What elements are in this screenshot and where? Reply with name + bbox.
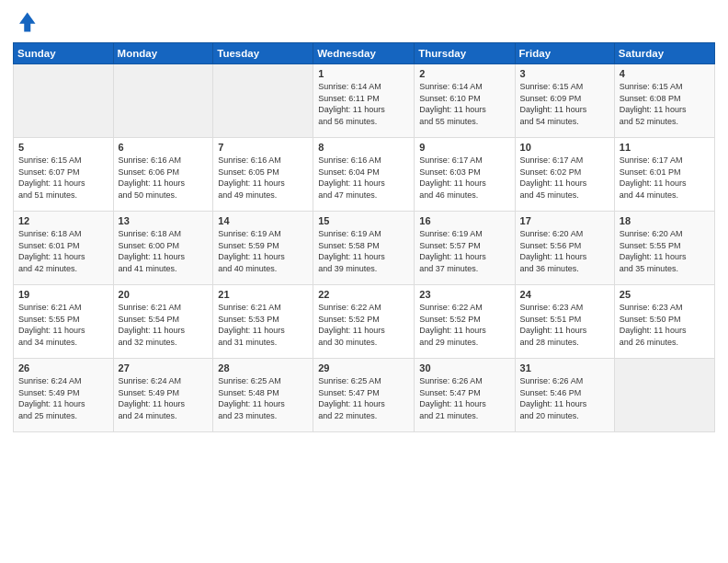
- day-number: 4: [620, 68, 710, 79]
- calendar-cell: 2Sunrise: 6:14 AM Sunset: 6:10 PM Daylig…: [415, 64, 515, 138]
- day-info: Sunrise: 6:19 AM Sunset: 5:58 PM Dayligh…: [318, 228, 409, 274]
- day-number: 1: [318, 68, 409, 79]
- calendar-cell: 20Sunrise: 6:21 AM Sunset: 5:54 PM Dayli…: [113, 285, 213, 359]
- day-info: Sunrise: 6:25 AM Sunset: 5:47 PM Dayligh…: [318, 375, 409, 421]
- calendar-cell: 21Sunrise: 6:21 AM Sunset: 5:53 PM Dayli…: [213, 285, 313, 359]
- calendar-header-row: SundayMondayTuesdayWednesdayThursdayFrid…: [14, 43, 715, 64]
- calendar-cell: 10Sunrise: 6:17 AM Sunset: 6:02 PM Dayli…: [515, 138, 614, 212]
- day-number: 17: [520, 215, 609, 226]
- day-number: 26: [18, 362, 108, 373]
- calendar-cell: 6Sunrise: 6:16 AM Sunset: 6:06 PM Daylig…: [113, 138, 213, 212]
- day-number: 13: [119, 215, 209, 226]
- day-number: 27: [119, 362, 209, 373]
- calendar-cell: 9Sunrise: 6:17 AM Sunset: 6:03 PM Daylig…: [415, 138, 515, 212]
- calendar-cell: 26Sunrise: 6:24 AM Sunset: 5:49 PM Dayli…: [14, 359, 114, 432]
- day-info: Sunrise: 6:21 AM Sunset: 5:54 PM Dayligh…: [119, 302, 209, 348]
- calendar-cell: 7Sunrise: 6:16 AM Sunset: 6:05 PM Daylig…: [213, 138, 313, 212]
- calendar-cell: 12Sunrise: 6:18 AM Sunset: 6:01 PM Dayli…: [14, 212, 114, 285]
- calendar-cell: 17Sunrise: 6:20 AM Sunset: 5:56 PM Dayli…: [515, 212, 614, 285]
- day-number: 29: [318, 362, 409, 373]
- calendar-cell: 4Sunrise: 6:15 AM Sunset: 6:08 PM Daylig…: [614, 64, 714, 138]
- calendar-cell: 5Sunrise: 6:15 AM Sunset: 6:07 PM Daylig…: [14, 138, 114, 212]
- day-number: 11: [620, 142, 710, 153]
- day-info: Sunrise: 6:16 AM Sunset: 6:05 PM Dayligh…: [218, 155, 308, 201]
- page: SundayMondayTuesdayWednesdayThursdayFrid…: [0, 0, 728, 563]
- calendar-table: SundayMondayTuesdayWednesdayThursdayFrid…: [13, 42, 715, 432]
- day-header-tuesday: Tuesday: [213, 43, 313, 64]
- day-info: Sunrise: 6:19 AM Sunset: 5:57 PM Dayligh…: [419, 228, 509, 274]
- calendar-week-row: 1Sunrise: 6:14 AM Sunset: 6:11 PM Daylig…: [14, 64, 715, 138]
- calendar-cell: [213, 64, 313, 138]
- day-number: 6: [119, 142, 209, 153]
- day-number: 28: [218, 362, 308, 373]
- day-info: Sunrise: 6:20 AM Sunset: 5:55 PM Dayligh…: [620, 228, 710, 274]
- calendar-cell: 23Sunrise: 6:22 AM Sunset: 5:52 PM Dayli…: [415, 285, 515, 359]
- day-info: Sunrise: 6:15 AM Sunset: 6:08 PM Dayligh…: [620, 81, 710, 127]
- day-info: Sunrise: 6:18 AM Sunset: 6:01 PM Dayligh…: [18, 228, 108, 274]
- day-info: Sunrise: 6:26 AM Sunset: 5:46 PM Dayligh…: [520, 375, 609, 421]
- calendar-week-row: 5Sunrise: 6:15 AM Sunset: 6:07 PM Daylig…: [14, 138, 715, 212]
- day-number: 16: [419, 215, 509, 226]
- calendar-cell: 25Sunrise: 6:23 AM Sunset: 5:50 PM Dayli…: [614, 285, 714, 359]
- day-info: Sunrise: 6:17 AM Sunset: 6:03 PM Dayligh…: [419, 155, 509, 201]
- day-number: 30: [419, 362, 509, 373]
- logo: [13, 9, 42, 35]
- day-number: 18: [620, 215, 710, 226]
- day-number: 5: [18, 142, 108, 153]
- day-number: 19: [18, 289, 108, 300]
- day-number: 2: [419, 68, 509, 79]
- day-header-saturday: Saturday: [614, 43, 714, 64]
- day-header-thursday: Thursday: [415, 43, 515, 64]
- day-info: Sunrise: 6:25 AM Sunset: 5:48 PM Dayligh…: [218, 375, 308, 421]
- day-info: Sunrise: 6:15 AM Sunset: 6:07 PM Dayligh…: [18, 155, 108, 201]
- logo-icon: [13, 9, 39, 35]
- header: [13, 9, 715, 35]
- day-info: Sunrise: 6:17 AM Sunset: 6:01 PM Dayligh…: [620, 155, 710, 201]
- day-number: 14: [218, 215, 308, 226]
- day-info: Sunrise: 6:16 AM Sunset: 6:06 PM Dayligh…: [119, 155, 209, 201]
- calendar-cell: 16Sunrise: 6:19 AM Sunset: 5:57 PM Dayli…: [415, 212, 515, 285]
- calendar-cell: 13Sunrise: 6:18 AM Sunset: 6:00 PM Dayli…: [113, 212, 213, 285]
- day-number: 8: [318, 142, 409, 153]
- day-info: Sunrise: 6:20 AM Sunset: 5:56 PM Dayligh…: [520, 228, 609, 274]
- calendar-cell: 28Sunrise: 6:25 AM Sunset: 5:48 PM Dayli…: [213, 359, 313, 432]
- day-info: Sunrise: 6:23 AM Sunset: 5:50 PM Dayligh…: [620, 302, 710, 348]
- calendar-cell: 8Sunrise: 6:16 AM Sunset: 6:04 PM Daylig…: [313, 138, 415, 212]
- calendar-cell: [614, 359, 714, 432]
- day-number: 24: [520, 289, 609, 300]
- day-number: 3: [520, 68, 609, 79]
- day-info: Sunrise: 6:17 AM Sunset: 6:02 PM Dayligh…: [520, 155, 609, 201]
- calendar-cell: 29Sunrise: 6:25 AM Sunset: 5:47 PM Dayli…: [313, 359, 415, 432]
- calendar-cell: [14, 64, 114, 138]
- day-info: Sunrise: 6:23 AM Sunset: 5:51 PM Dayligh…: [520, 302, 609, 348]
- day-number: 7: [218, 142, 308, 153]
- day-info: Sunrise: 6:24 AM Sunset: 5:49 PM Dayligh…: [119, 375, 209, 421]
- calendar-cell: 1Sunrise: 6:14 AM Sunset: 6:11 PM Daylig…: [313, 64, 415, 138]
- day-number: 12: [18, 215, 108, 226]
- day-info: Sunrise: 6:14 AM Sunset: 6:11 PM Dayligh…: [318, 81, 409, 127]
- calendar-cell: 14Sunrise: 6:19 AM Sunset: 5:59 PM Dayli…: [213, 212, 313, 285]
- calendar-cell: 11Sunrise: 6:17 AM Sunset: 6:01 PM Dayli…: [614, 138, 714, 212]
- calendar-cell: [113, 64, 213, 138]
- day-info: Sunrise: 6:15 AM Sunset: 6:09 PM Dayligh…: [520, 81, 609, 127]
- calendar-cell: 19Sunrise: 6:21 AM Sunset: 5:55 PM Dayli…: [14, 285, 114, 359]
- calendar-cell: 18Sunrise: 6:20 AM Sunset: 5:55 PM Dayli…: [614, 212, 714, 285]
- day-number: 25: [620, 289, 710, 300]
- day-info: Sunrise: 6:14 AM Sunset: 6:10 PM Dayligh…: [419, 81, 509, 127]
- day-number: 9: [419, 142, 509, 153]
- day-header-sunday: Sunday: [14, 43, 114, 64]
- calendar-cell: 3Sunrise: 6:15 AM Sunset: 6:09 PM Daylig…: [515, 64, 614, 138]
- day-info: Sunrise: 6:18 AM Sunset: 6:00 PM Dayligh…: [119, 228, 209, 274]
- day-header-friday: Friday: [515, 43, 614, 64]
- day-header-wednesday: Wednesday: [313, 43, 415, 64]
- calendar-cell: 15Sunrise: 6:19 AM Sunset: 5:58 PM Dayli…: [313, 212, 415, 285]
- svg-marker-0: [19, 13, 36, 32]
- day-number: 15: [318, 215, 409, 226]
- day-info: Sunrise: 6:19 AM Sunset: 5:59 PM Dayligh…: [218, 228, 308, 274]
- day-number: 10: [520, 142, 609, 153]
- calendar-week-row: 12Sunrise: 6:18 AM Sunset: 6:01 PM Dayli…: [14, 212, 715, 285]
- calendar-cell: 24Sunrise: 6:23 AM Sunset: 5:51 PM Dayli…: [515, 285, 614, 359]
- day-info: Sunrise: 6:21 AM Sunset: 5:55 PM Dayligh…: [18, 302, 108, 348]
- day-info: Sunrise: 6:24 AM Sunset: 5:49 PM Dayligh…: [18, 375, 108, 421]
- calendar-cell: 31Sunrise: 6:26 AM Sunset: 5:46 PM Dayli…: [515, 359, 614, 432]
